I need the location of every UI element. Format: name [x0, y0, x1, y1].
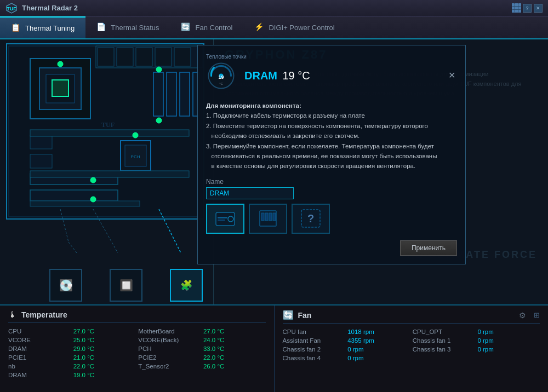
svg-rect-50 — [269, 213, 272, 221]
svg-rect-45 — [218, 217, 227, 218]
fan-value-assistant: 4355 rpm — [347, 337, 410, 344]
svg-line-36 — [68, 242, 77, 253]
temp-label-pcie2: PCIE2 — [138, 354, 201, 361]
fan-panel-header: 🔄 Fan ⚙ ⊞ — [283, 310, 540, 324]
fan-label-chassis3: Chassis fan 3 — [413, 345, 475, 353]
temp-label-motherboard: MotherBoard — [138, 327, 201, 335]
temp-label-pcie1: PCIE1 — [8, 354, 71, 361]
mb-diagram: PCH TUF — [0, 39, 214, 304]
popup-icon-question[interactable]: ? — [292, 204, 330, 234]
comp-box-3[interactable]: 🧩 — [170, 269, 203, 302]
temp-label-pch: PCH — [138, 345, 201, 353]
tab-thermal-tuning-icon: 📋 — [11, 23, 21, 33]
popup-name-input[interactable] — [206, 187, 294, 199]
temp-value-dram: 29.0 °C — [73, 345, 136, 353]
grid-view-icon[interactable]: ⊞ — [534, 311, 540, 319]
svg-point-33 — [156, 118, 162, 123]
svg-rect-46 — [218, 220, 225, 221]
temp-value-empty — [203, 371, 266, 379]
fan-value-chassis3: 0 rpm — [477, 345, 540, 353]
tab-thermal-status-label: Thermal Status — [111, 24, 159, 32]
tab-thermal-tuning-label: Thermal Tuning — [25, 24, 75, 32]
popup-component-name: DRAM — [244, 70, 277, 82]
temp-value-tsensor2: 26.0 °C — [203, 362, 266, 370]
temp-label-vcore-back: VCORE(Back) — [138, 336, 201, 344]
app-logo: TUF — [5, 2, 18, 14]
popup-gauge: °C 19 — [206, 61, 236, 91]
svg-rect-15 — [167, 72, 176, 116]
temp-label-dram: DRAM — [8, 345, 71, 353]
popup-icon-hdd[interactable] — [206, 204, 244, 234]
tab-fan-control-icon: 🔄 — [181, 22, 191, 32]
tab-digi-power-icon: ⚡ — [254, 22, 264, 32]
fan-label-assistant: Assistant Fan — [283, 337, 345, 344]
svg-rect-14 — [153, 72, 163, 116]
fan-label-cpu: CPU fan — [283, 328, 345, 336]
tab-thermal-status[interactable]: 📄 Thermal Status — [85, 16, 170, 38]
comp-box-1[interactable]: 💽 — [49, 269, 82, 302]
temp-label-cpu: CPU — [8, 327, 71, 335]
popup-apply-button[interactable]: Применить — [400, 240, 457, 256]
fan-value-chassis4: 0 rpm — [347, 354, 410, 362]
tab-thermal-tuning[interactable]: 📋 Thermal Tuning — [0, 16, 85, 38]
svg-point-29 — [156, 67, 162, 72]
svg-rect-26 — [30, 171, 189, 177]
fan-label-chassis1: Chassis fan 1 — [413, 337, 475, 344]
help-button[interactable]: ? — [523, 4, 532, 13]
thermometer-icon: 🌡 — [8, 310, 17, 320]
fan-label-empty — [413, 354, 475, 362]
popup-name-label: Name — [206, 178, 457, 186]
svg-point-28 — [58, 61, 63, 67]
temp-value-vcore-back: 24.0 °C — [203, 336, 266, 344]
svg-rect-49 — [265, 213, 268, 221]
titlebar: TUF Thermal Radar 2 ? ✕ — [0, 0, 548, 16]
tab-digi-power[interactable]: ⚡ DIGI+ Power Control — [243, 16, 345, 38]
temp-value-motherboard: 27.0 °C — [203, 327, 266, 335]
popup-name-section: Name — [206, 178, 457, 204]
popup-icon-ram[interactable] — [249, 204, 287, 234]
temp-label-empty — [138, 371, 201, 379]
popup-icons-row: ? — [206, 204, 457, 234]
popup-step3: 3. Переименуйте компонент, если пожелает… — [206, 143, 437, 170]
svg-rect-12 — [155, 48, 172, 66]
svg-rect-25 — [30, 130, 189, 136]
settings-icon[interactable]: ⚙ — [519, 311, 526, 320]
svg-rect-7 — [52, 80, 68, 96]
close-button[interactable]: ✕ — [534, 4, 543, 13]
svg-rect-48 — [261, 213, 264, 221]
temp-label-nb: nb — [8, 362, 71, 370]
bottom-panels: 🌡 Temperature CPU 27.0 °C MotherBoard 27… — [0, 304, 548, 392]
popup-component-info: DRAM 19 °C — [244, 70, 310, 82]
popup-close-button[interactable]: ✕ — [447, 70, 457, 80]
fan-icon: 🔄 — [283, 310, 294, 320]
temp-value-pch: 33.0 °C — [203, 345, 266, 353]
svg-text:19: 19 — [218, 74, 224, 80]
temp-value-vcore: 25.0 °C — [73, 336, 136, 344]
svg-rect-16 — [180, 72, 190, 116]
grid-button[interactable] — [512, 4, 521, 13]
svg-rect-24 — [30, 190, 118, 201]
svg-rect-21 — [30, 135, 52, 149]
svg-point-32 — [90, 197, 96, 202]
fan-value-empty — [477, 354, 540, 362]
popup-step1: 1. Подключите кабель термистора к разъем… — [206, 112, 365, 119]
svg-point-31 — [90, 177, 96, 183]
popup-title-area: Тепловые точки °C 19 DRAM — [206, 54, 310, 96]
navbar: 📋 Thermal Tuning 📄 Thermal Status 🔄 Fan … — [0, 16, 548, 39]
main-content: PCH TUF — [0, 39, 548, 304]
tab-fan-control[interactable]: 🔄 Fan Control — [170, 16, 243, 38]
temp-value-dram2: 19.0 °C — [73, 371, 136, 379]
fan-panel-title: Fan — [298, 311, 312, 320]
svg-text:°C: °C — [219, 82, 223, 85]
popup-component-row: °C 19 DRAM 19 °C — [206, 61, 310, 91]
temperature-data-grid: CPU 27.0 °C MotherBoard 27.0 °C VCORE 25… — [8, 327, 266, 379]
fan-value-chassis1: 0 rpm — [477, 337, 540, 344]
fan-value-chassis2: 0 rpm — [347, 345, 410, 353]
temp-label-tsensor2: T_Sensor2 — [138, 362, 201, 370]
popup-step2: 2. Поместите термистор на поверхность ко… — [206, 123, 428, 139]
tab-thermal-status-icon: 📄 — [96, 22, 106, 32]
popup-header: Тепловые точки °C 19 DRAM — [206, 54, 457, 96]
temperature-panel: 🌡 Temperature CPU 27.0 °C MotherBoard 27… — [0, 305, 275, 392]
comp-box-2[interactable]: 🔲 — [110, 269, 142, 302]
popup-description-bold: Для мониторинга компонента: — [206, 102, 301, 109]
